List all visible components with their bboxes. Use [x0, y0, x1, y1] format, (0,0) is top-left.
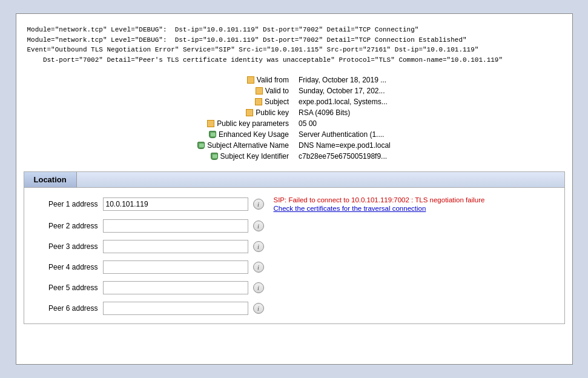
location-tab[interactable]: Location [24, 172, 77, 187]
shield-icon [197, 142, 205, 149]
cert-field-name: Valid from [193, 75, 294, 85]
cert-label: Public key [256, 108, 289, 117]
square-icon [246, 109, 253, 116]
cert-label: Subject Alternative Name [207, 141, 289, 150]
error-link[interactable]: Check the certificates for the traversal… [274, 205, 426, 212]
peer-2-info-icon[interactable]: i [253, 220, 264, 231]
cert-field-name: Subject Key Identifier [193, 151, 294, 162]
peer-3-input[interactable] [103, 240, 248, 253]
peer-5-label: Peer 5 address [31, 284, 98, 292]
peer-row: Peer 5 addressi [24, 277, 564, 298]
location-section: Location Peer 1 addressiSIP: Failed to c… [24, 171, 565, 324]
cert-table: Valid fromFriday, October 18, 2019 ...Va… [193, 75, 395, 162]
cert-field-name: Enhanced Key Usage [193, 129, 294, 140]
peer-6-input[interactable] [103, 302, 248, 315]
cert-row: Enhanced Key UsageServer Authentication … [193, 129, 395, 140]
cert-row: Valid fromFriday, October 18, 2019 ... [193, 75, 395, 85]
cert-label: Valid from [257, 76, 289, 84]
cert-field-name: Public key parameters [193, 118, 294, 129]
cert-field-name: Subject Alternative Name [193, 140, 294, 151]
cert-value: Sunday, October 17, 202... [294, 85, 395, 96]
cert-value: expe.pod1.local, Systems... [294, 96, 395, 107]
peer-row: Peer 2 addressi [24, 216, 564, 236]
shield-icon [209, 131, 216, 138]
square-icon [207, 120, 214, 127]
cert-label: Subject [265, 98, 289, 106]
peer-4-input[interactable] [103, 260, 248, 274]
cert-value: 05 00 [294, 118, 395, 129]
square-icon [256, 87, 263, 94]
cert-label: Subject Key Identifier [220, 152, 289, 161]
cert-label: Valid to [265, 87, 289, 95]
peer-1-input[interactable] [103, 197, 248, 211]
cert-field-name: Valid to [193, 85, 294, 96]
log-section: Module="network.tcp" Level="DEBUG": Dst-… [24, 21, 565, 68]
cert-value: Friday, October 18, 2019 ... [294, 75, 395, 85]
cert-label: Enhanced Key Usage [219, 130, 289, 139]
square-icon [247, 76, 254, 84]
peer-5-info-icon[interactable]: i [253, 282, 264, 293]
cert-value: Server Authentication (1.... [294, 129, 395, 140]
error-message: SIP: Failed to connect to 10.0.101.119:7… [274, 196, 485, 212]
peer-1-info-icon[interactable]: i [253, 199, 264, 210]
peer-row: Peer 1 addressiSIP: Failed to connect to… [24, 193, 564, 216]
cert-value: DNS Name=expe.pod1.local [294, 140, 395, 151]
main-container: Module="network.tcp" Level="DEBUG": Dst-… [16, 13, 573, 365]
peer-6-info-icon[interactable]: i [253, 303, 264, 314]
cert-field-name: Public key [193, 107, 294, 118]
cert-field-name: Subject [193, 96, 294, 107]
cert-value: c7b28ee75e675005198f9... [294, 151, 395, 162]
peer-1-label: Peer 1 address [31, 200, 98, 208]
peer-row: Peer 6 addressi [24, 298, 564, 319]
cert-row: Subject Key Identifierc7b28ee75e67500519… [193, 151, 395, 162]
peer-4-info-icon[interactable]: i [253, 262, 264, 273]
location-header-row: Location [24, 172, 564, 188]
peer-3-label: Peer 3 address [31, 242, 98, 251]
cert-label: Public key parameters [217, 119, 289, 128]
peer-row: Peer 3 addressi [24, 236, 564, 257]
error-title: SIP: Failed to connect to 10.0.101.119:7… [274, 196, 485, 204]
peer-6-label: Peer 6 address [31, 304, 98, 313]
peer-4-label: Peer 4 address [31, 263, 98, 271]
location-header-filler [77, 172, 564, 187]
cert-row: Valid toSunday, October 17, 202... [193, 85, 395, 96]
location-body: Peer 1 addressiSIP: Failed to connect to… [24, 188, 564, 323]
peer-5-input[interactable] [103, 281, 248, 294]
cert-row: Subjectexpe.pod1.local, Systems... [193, 96, 395, 107]
peer-3-info-icon[interactable]: i [253, 241, 264, 252]
cert-row: Public keyRSA (4096 Bits) [193, 107, 395, 118]
cert-row: Public key parameters05 00 [193, 118, 395, 129]
cert-row: Subject Alternative NameDNS Name=expe.po… [193, 140, 395, 151]
peer-2-input[interactable] [103, 219, 248, 233]
square-icon [255, 98, 262, 105]
peer-row: Peer 4 addressi [24, 257, 564, 277]
shield-icon [211, 153, 218, 160]
peer-2-label: Peer 2 address [31, 222, 98, 230]
cert-value: RSA (4096 Bits) [294, 107, 395, 118]
